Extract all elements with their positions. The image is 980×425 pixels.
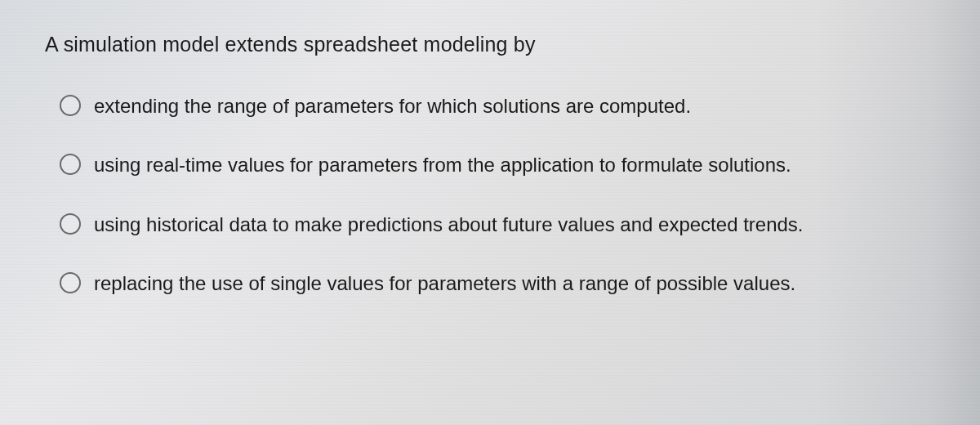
option-2[interactable]: using real-time values for parameters fr… (60, 152, 935, 178)
radio-icon[interactable] (60, 154, 81, 175)
radio-icon[interactable] (60, 213, 81, 235)
option-1[interactable]: extending the range of parameters for wh… (60, 93, 935, 119)
option-4[interactable]: replacing the use of single values for p… (60, 271, 935, 297)
options-list: extending the range of parameters for wh… (45, 93, 935, 298)
radio-icon[interactable] (60, 272, 81, 293)
option-label: using real-time values for parameters fr… (94, 152, 791, 178)
option-label: extending the range of parameters for wh… (94, 93, 691, 119)
option-label: replacing the use of single values for p… (94, 271, 795, 297)
question-prompt: A simulation model extends spreadsheet m… (45, 33, 935, 56)
option-label: using historical data to make prediction… (94, 212, 804, 238)
radio-icon[interactable] (60, 95, 81, 116)
option-3[interactable]: using historical data to make prediction… (60, 212, 935, 238)
